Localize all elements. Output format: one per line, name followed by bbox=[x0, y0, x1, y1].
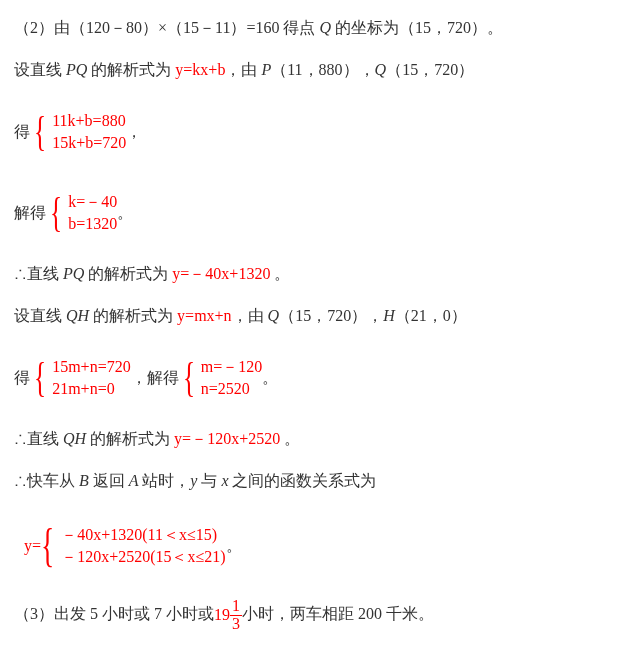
text: 站时， bbox=[142, 472, 190, 489]
piece-row: －120x+2520(15＜x≤21) bbox=[61, 546, 225, 568]
eq-row: 15k+b=720 bbox=[52, 132, 126, 154]
var-Q: Q bbox=[319, 19, 331, 36]
text: 的坐标为（15，720）。 bbox=[331, 19, 503, 36]
system-1: 得 { 11k+b=880 15k+b=720 ， bbox=[14, 100, 613, 163]
left-brace-icon: { bbox=[34, 100, 46, 163]
text: 。 bbox=[226, 534, 242, 558]
text: ∴快车从 bbox=[14, 472, 79, 489]
text: 的解析式为 bbox=[89, 307, 177, 324]
paragraph-2: 设直线 PQ 的解析式为 y=kx+b，由 P（11，880），Q（15，720… bbox=[14, 58, 613, 82]
eq-row: 21m+n=0 bbox=[52, 378, 131, 400]
var-B: B bbox=[79, 472, 89, 489]
equation: y=－40x+1320 bbox=[172, 265, 270, 282]
text: 的解析式为 bbox=[87, 61, 175, 78]
whole-part: 19 bbox=[214, 603, 230, 627]
text: （15，720）， bbox=[279, 307, 383, 324]
equation: y=mx+n bbox=[177, 307, 232, 324]
text: 。 bbox=[117, 201, 133, 225]
text: （21，0） bbox=[395, 307, 467, 324]
paragraph-4: 设直线 QH 的解析式为 y=mx+n，由 Q（15，720），H（21，0） bbox=[14, 304, 613, 328]
text: 的解析式为 bbox=[84, 265, 172, 282]
left-brace-icon: { bbox=[41, 511, 54, 580]
y-equals: y= bbox=[24, 534, 41, 558]
system-2: 得 { 15m+n=720 21m+n=0 ，解得 { m=－120 n=252… bbox=[14, 346, 613, 409]
text: 小时，两车相距 200 千米。 bbox=[242, 605, 434, 622]
eq-row: 11k+b=880 bbox=[52, 110, 126, 132]
paragraph-5: ∴直线 QH 的解析式为 y=－120x+2520 。 bbox=[14, 427, 613, 451]
left-brace-icon: { bbox=[183, 346, 195, 409]
mixed-number: 1913 bbox=[214, 605, 242, 622]
left-brace-icon: { bbox=[34, 346, 46, 409]
text: 与 bbox=[197, 472, 221, 489]
text: ， bbox=[126, 120, 142, 144]
brace-group: { 15m+n=720 21m+n=0 bbox=[34, 346, 131, 409]
paragraph-6: ∴快车从 B 返回 A 站时，y 与 x 之间的函数关系式为 bbox=[14, 469, 613, 493]
numerator: 1 bbox=[230, 598, 242, 616]
text: 得 bbox=[14, 120, 30, 144]
brace-group: { 11k+b=880 15k+b=720 bbox=[34, 100, 126, 163]
text: 设直线 bbox=[14, 61, 66, 78]
text: （3）出发 5 小时或 7 小时或 bbox=[14, 605, 214, 622]
text: 解得 bbox=[14, 201, 46, 225]
text: 返回 bbox=[89, 472, 129, 489]
text: ∴直线 bbox=[14, 265, 63, 282]
var-P: P bbox=[261, 61, 271, 78]
eq-row: m=－120 bbox=[201, 356, 262, 378]
text: （15，720） bbox=[386, 61, 474, 78]
eq-row: n=2520 bbox=[201, 378, 262, 400]
left-brace-icon: { bbox=[50, 181, 62, 244]
var-PQ: PQ bbox=[66, 61, 87, 78]
piecewise-body: y= { －40x+1320(11＜x≤15) －120x+2520(15＜x≤… bbox=[24, 511, 226, 580]
text: 。 bbox=[262, 366, 278, 390]
var-QH: QH bbox=[63, 430, 86, 447]
fraction: 13 bbox=[230, 598, 242, 633]
denominator: 3 bbox=[230, 616, 242, 633]
eq-row: k=－40 bbox=[68, 191, 117, 213]
eq-row: 15m+n=720 bbox=[52, 356, 131, 378]
text: 得 bbox=[14, 366, 30, 390]
var-H: H bbox=[383, 307, 395, 324]
piecewise-function: y= { －40x+1320(11＜x≤15) －120x+2520(15＜x≤… bbox=[14, 511, 613, 580]
equation: y=kx+b bbox=[175, 61, 225, 78]
text: （11，880）， bbox=[271, 61, 374, 78]
text: ∴直线 bbox=[14, 430, 63, 447]
text: ，由 bbox=[225, 61, 261, 78]
paragraph-3: ∴直线 PQ 的解析式为 y=－40x+1320 。 bbox=[14, 262, 613, 286]
var-A: A bbox=[129, 472, 142, 489]
brace-group: { k=－40 b=1320 bbox=[50, 181, 117, 244]
text: 。 bbox=[280, 430, 300, 447]
system-1-solution: 解得 { k=－40 b=1320 。 bbox=[14, 181, 613, 244]
paragraph-1: （2）由（120－80）×（15－11）=160 得点 Q 的坐标为（15，72… bbox=[14, 16, 613, 40]
text: ，解得 bbox=[131, 366, 179, 390]
var-Q: Q bbox=[268, 307, 280, 324]
text: 设直线 bbox=[14, 307, 66, 324]
paragraph-7: （3）出发 5 小时或 7 小时或1913小时，两车相距 200 千米。 bbox=[14, 598, 613, 633]
equation: y=－120x+2520 bbox=[174, 430, 280, 447]
var-QH: QH bbox=[66, 307, 89, 324]
text: 的解析式为 bbox=[86, 430, 174, 447]
text: ，由 bbox=[232, 307, 268, 324]
var-Q: Q bbox=[375, 61, 387, 78]
eq-row: b=1320 bbox=[68, 213, 117, 235]
piece-row: －40x+1320(11＜x≤15) bbox=[61, 524, 225, 546]
brace-group: { m=－120 n=2520 bbox=[183, 346, 263, 409]
text: 。 bbox=[270, 265, 290, 282]
text: （2）由（120－80）×（15－11）=160 得点 bbox=[14, 19, 319, 36]
var-PQ: PQ bbox=[63, 265, 84, 282]
text: 之间的函数关系式为 bbox=[228, 472, 376, 489]
